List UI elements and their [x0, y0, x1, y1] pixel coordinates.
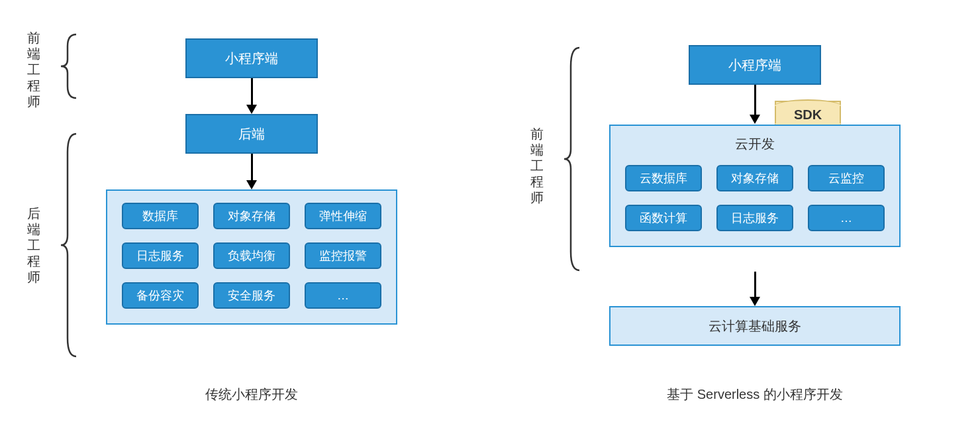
service-chip: 对象存储 — [213, 203, 290, 229]
cloud-dev-title: 云开发 — [611, 126, 899, 161]
service-chip: 备份容灾 — [122, 282, 199, 309]
service-chip: 弹性伸缩 — [305, 203, 381, 229]
service-chip: … — [305, 282, 381, 309]
arrow-icon — [750, 85, 760, 124]
arrow-icon — [246, 154, 257, 189]
service-chip: 监控报警 — [305, 242, 381, 269]
box-backend: 后端 — [185, 114, 318, 154]
service-chip: 日志服务 — [122, 242, 199, 269]
service-chip: 数据库 — [122, 203, 199, 229]
role-frontend-label: 前端工程师 — [26, 30, 41, 109]
brace-icon — [60, 132, 79, 358]
service-chip: 负载均衡 — [213, 242, 290, 269]
cloud-service-chip: 日志服务 — [716, 205, 793, 231]
cloud-service-chip: 云数据库 — [625, 165, 702, 191]
service-chip: 安全服务 — [213, 282, 290, 309]
services-container: 数据库对象存储弹性伸缩日志服务负载均衡监控报警备份容灾安全服务… — [106, 189, 397, 325]
cloud-dev-container: 云开发 云数据库对象存储云监控函数计算日志服务… — [609, 125, 901, 247]
caption-traditional: 传统小程序开发 — [106, 386, 397, 403]
cloud-service-chip: 对象存储 — [716, 165, 793, 191]
role-frontend-label: 前端工程师 — [530, 126, 544, 205]
cloud-service-chip: 云监控 — [808, 165, 885, 191]
caption-serverless: 基于 Serverless 的小程序开发 — [609, 386, 901, 403]
cloud-service-chip: … — [808, 205, 885, 231]
role-backend-label: 后端工程师 — [26, 205, 41, 285]
cloud-service-chip: 函数计算 — [625, 205, 702, 231]
arrow-icon — [750, 272, 760, 306]
box-miniprogram: 小程序端 — [185, 38, 318, 78]
box-miniprogram: 小程序端 — [689, 45, 821, 85]
brace-icon — [60, 33, 79, 99]
box-cloud-base: 云计算基础服务 — [609, 306, 901, 346]
brace-icon — [563, 46, 583, 272]
arrow-icon — [246, 78, 257, 114]
